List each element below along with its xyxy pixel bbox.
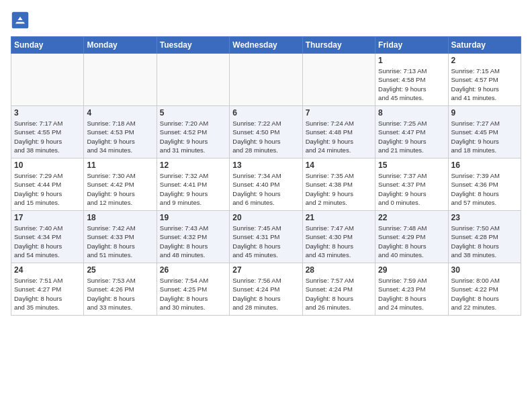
day-info: Sunrise: 7:48 AM Sunset: 4:29 PM Dayligh… (378, 224, 445, 259)
calendar-cell: 14Sunrise: 7:35 AM Sunset: 4:38 PM Dayli… (302, 158, 375, 211)
calendar-cell: 4Sunrise: 7:18 AM Sunset: 4:53 PM Daylig… (84, 106, 157, 158)
day-info: Sunrise: 7:13 AM Sunset: 4:58 PM Dayligh… (378, 66, 445, 102)
calendar-cell: 15Sunrise: 7:37 AM Sunset: 4:37 PM Dayli… (375, 158, 448, 211)
day-info: Sunrise: 7:40 AM Sunset: 4:34 PM Dayligh… (14, 224, 81, 259)
weekday-header-sunday: Sunday (11, 37, 84, 54)
calendar-cell: 26Sunrise: 7:54 AM Sunset: 4:25 PM Dayli… (157, 263, 229, 316)
weekday-header-friday: Friday (375, 37, 448, 54)
day-info: Sunrise: 7:25 AM Sunset: 4:47 PM Dayligh… (378, 119, 445, 154)
calendar-cell: 29Sunrise: 7:59 AM Sunset: 4:23 PM Dayli… (375, 263, 448, 316)
calendar-cell: 8Sunrise: 7:25 AM Sunset: 4:47 PM Daylig… (375, 106, 448, 158)
calendar-cell (84, 54, 157, 106)
day-info: Sunrise: 7:51 AM Sunset: 4:27 PM Dayligh… (14, 276, 81, 312)
day-number: 25 (87, 265, 153, 275)
day-number: 24 (14, 265, 81, 275)
day-number: 4 (87, 108, 153, 118)
day-number: 26 (160, 265, 226, 275)
calendar-cell: 11Sunrise: 7:30 AM Sunset: 4:42 PM Dayli… (84, 158, 157, 211)
day-number: 2 (451, 56, 518, 65)
calendar-week-row: 3Sunrise: 7:17 AM Sunset: 4:55 PM Daylig… (11, 106, 521, 158)
calendar-week-row: 17Sunrise: 7:40 AM Sunset: 4:34 PM Dayli… (11, 211, 521, 263)
day-number: 28 (306, 265, 372, 275)
calendar-week-row: 24Sunrise: 7:51 AM Sunset: 4:27 PM Dayli… (11, 263, 521, 316)
weekday-header-monday: Monday (84, 37, 157, 54)
calendar-cell: 10Sunrise: 7:29 AM Sunset: 4:44 PM Dayli… (11, 158, 84, 211)
day-number: 16 (451, 161, 518, 170)
day-number: 17 (14, 213, 81, 222)
calendar-cell: 28Sunrise: 7:57 AM Sunset: 4:24 PM Dayli… (302, 263, 375, 316)
calendar-cell: 23Sunrise: 7:50 AM Sunset: 4:28 PM Dayli… (448, 211, 521, 263)
day-number: 8 (378, 108, 445, 118)
calendar-table: SundayMondayTuesdayWednesdayThursdayFrid… (11, 36, 521, 316)
day-info: Sunrise: 7:24 AM Sunset: 4:48 PM Dayligh… (306, 119, 372, 154)
calendar-cell: 24Sunrise: 7:51 AM Sunset: 4:27 PM Dayli… (11, 263, 84, 316)
day-number: 29 (378, 265, 445, 275)
calendar-cell: 16Sunrise: 7:39 AM Sunset: 4:36 PM Dayli… (448, 158, 521, 211)
day-number: 18 (87, 213, 153, 222)
weekday-header-wednesday: Wednesday (230, 37, 302, 54)
calendar-cell (302, 54, 375, 106)
day-info: Sunrise: 7:27 AM Sunset: 4:45 PM Dayligh… (451, 119, 518, 154)
day-info: Sunrise: 8:00 AM Sunset: 4:22 PM Dayligh… (451, 276, 518, 312)
calendar-cell: 9Sunrise: 7:27 AM Sunset: 4:45 PM Daylig… (448, 106, 521, 158)
calendar-cell (230, 54, 302, 106)
day-info: Sunrise: 7:32 AM Sunset: 4:41 PM Dayligh… (160, 171, 226, 207)
day-info: Sunrise: 7:17 AM Sunset: 4:55 PM Dayligh… (14, 119, 81, 154)
calendar-cell: 27Sunrise: 7:56 AM Sunset: 4:24 PM Dayli… (230, 263, 302, 316)
day-info: Sunrise: 7:22 AM Sunset: 4:50 PM Dayligh… (232, 119, 299, 154)
day-number: 14 (306, 161, 372, 170)
calendar-cell: 6Sunrise: 7:22 AM Sunset: 4:50 PM Daylig… (230, 106, 302, 158)
day-info: Sunrise: 7:47 AM Sunset: 4:30 PM Dayligh… (306, 224, 372, 259)
day-number: 3 (14, 108, 81, 118)
day-info: Sunrise: 7:39 AM Sunset: 4:36 PM Dayligh… (451, 171, 518, 207)
day-info: Sunrise: 7:56 AM Sunset: 4:24 PM Dayligh… (232, 276, 299, 312)
calendar-cell: 7Sunrise: 7:24 AM Sunset: 4:48 PM Daylig… (302, 106, 375, 158)
calendar-cell: 1Sunrise: 7:13 AM Sunset: 4:58 PM Daylig… (375, 54, 448, 106)
day-info: Sunrise: 7:29 AM Sunset: 4:44 PM Dayligh… (14, 171, 81, 207)
calendar-week-row: 10Sunrise: 7:29 AM Sunset: 4:44 PM Dayli… (11, 158, 521, 211)
day-info: Sunrise: 7:57 AM Sunset: 4:24 PM Dayligh… (306, 276, 372, 312)
weekday-header-tuesday: Tuesday (157, 37, 229, 54)
day-number: 15 (378, 161, 445, 170)
calendar-cell: 5Sunrise: 7:20 AM Sunset: 4:52 PM Daylig… (157, 106, 229, 158)
day-number: 1 (378, 56, 445, 65)
day-info: Sunrise: 7:43 AM Sunset: 4:32 PM Dayligh… (160, 224, 226, 259)
day-number: 9 (451, 108, 518, 118)
day-info: Sunrise: 7:18 AM Sunset: 4:53 PM Dayligh… (87, 119, 153, 154)
calendar-cell: 18Sunrise: 7:42 AM Sunset: 4:33 PM Dayli… (84, 211, 157, 263)
weekday-header-thursday: Thursday (302, 37, 375, 54)
calendar-cell: 12Sunrise: 7:32 AM Sunset: 4:41 PM Dayli… (157, 158, 229, 211)
logo (11, 11, 31, 30)
day-info: Sunrise: 7:42 AM Sunset: 4:33 PM Dayligh… (87, 224, 153, 259)
weekday-header-saturday: Saturday (448, 37, 521, 54)
calendar-cell: 20Sunrise: 7:45 AM Sunset: 4:31 PM Dayli… (230, 211, 302, 263)
calendar-cell (11, 54, 84, 106)
page: SundayMondayTuesdayWednesdayThursdayFrid… (0, 0, 532, 321)
logo-icon (11, 11, 30, 30)
calendar-cell: 25Sunrise: 7:53 AM Sunset: 4:26 PM Dayli… (84, 263, 157, 316)
day-info: Sunrise: 7:59 AM Sunset: 4:23 PM Dayligh… (378, 276, 445, 312)
day-number: 22 (378, 213, 445, 222)
day-number: 5 (160, 108, 226, 118)
calendar-cell (157, 54, 229, 106)
calendar-cell: 22Sunrise: 7:48 AM Sunset: 4:29 PM Dayli… (375, 211, 448, 263)
day-number: 6 (232, 108, 299, 118)
day-number: 12 (160, 161, 226, 170)
calendar-cell: 21Sunrise: 7:47 AM Sunset: 4:30 PM Dayli… (302, 211, 375, 263)
day-info: Sunrise: 7:53 AM Sunset: 4:26 PM Dayligh… (87, 276, 153, 312)
weekday-header-row: SundayMondayTuesdayWednesdayThursdayFrid… (11, 37, 521, 54)
day-number: 7 (306, 108, 372, 118)
day-number: 10 (14, 161, 81, 170)
day-number: 20 (232, 213, 299, 222)
day-info: Sunrise: 7:35 AM Sunset: 4:38 PM Dayligh… (306, 171, 372, 207)
day-info: Sunrise: 7:34 AM Sunset: 4:40 PM Dayligh… (232, 171, 299, 207)
day-number: 21 (306, 213, 372, 222)
calendar-cell: 2Sunrise: 7:15 AM Sunset: 4:57 PM Daylig… (448, 54, 521, 106)
day-number: 27 (232, 265, 299, 275)
day-info: Sunrise: 7:30 AM Sunset: 4:42 PM Dayligh… (87, 171, 153, 207)
calendar-cell: 19Sunrise: 7:43 AM Sunset: 4:32 PM Dayli… (157, 211, 229, 263)
calendar-cell: 3Sunrise: 7:17 AM Sunset: 4:55 PM Daylig… (11, 106, 84, 158)
day-number: 11 (87, 161, 153, 170)
day-info: Sunrise: 7:15 AM Sunset: 4:57 PM Dayligh… (451, 66, 518, 102)
day-info: Sunrise: 7:50 AM Sunset: 4:28 PM Dayligh… (451, 224, 518, 259)
